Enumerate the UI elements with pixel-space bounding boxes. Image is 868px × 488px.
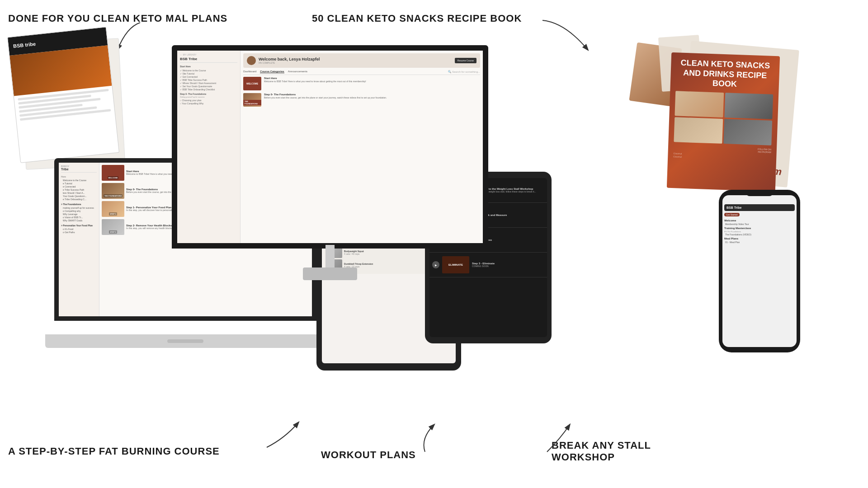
welcome-avatar — [247, 56, 256, 65]
phone-meal-item-1: 01 - Meal Plan — [724, 241, 795, 244]
monitor-content: ← MY LIBRARY BSB Tribe Start Here ✓ Welc… — [177, 51, 483, 243]
phone: BSB Tribe Get Started Welcome Membership… — [719, 190, 800, 352]
monitor-base — [303, 267, 357, 280]
monitor-screen: ← MY LIBRARY BSB Tribe Start Here ✓ Welc… — [172, 45, 488, 249]
course-info-foundations: Step 0- The Foundations Before you even … — [264, 93, 480, 99]
laptop-foundations-section: > The Foundations — [61, 203, 97, 206]
laptop-f-3: Why Leverage — [61, 213, 97, 216]
laptop-si-1: Welcome to the Course — [61, 179, 97, 182]
laptop-f-2: o Compelling why — [61, 210, 97, 212]
laptop-si-6: Your Goals Questionn... — [61, 195, 97, 197]
recipe-img-4 — [723, 119, 772, 145]
monitor-s0-item-1: ○ Choosing your plan — [180, 99, 237, 102]
course-thumb-foundations: THE FOUNDATIONS — [243, 93, 261, 107]
resume-btn[interactable]: Resume Course — [455, 58, 476, 63]
course-thumb-welcome: WELCOME — [243, 77, 261, 90]
laptop-f-1: making yourself up for success — [61, 206, 97, 209]
laptop-si-2: e Tutorial — [61, 182, 97, 185]
phone-section-training: Training Masterclass — [724, 227, 795, 230]
recipe-bottom-text: CoconutCoconut — [673, 152, 771, 162]
arrow-bottom-center — [398, 420, 452, 456]
monitor-item-7: ✓ BSB Tribe Onboarding Checklist — [180, 88, 237, 91]
arrow-bottom-right — [529, 420, 583, 456]
monitor-main: Welcome back, Lesya Holzapfel 0% COMPLET… — [241, 51, 483, 243]
monitor-item-1: ✓ Welcome to the Course — [180, 69, 237, 72]
label-top-right: 50 CLEAN KETO SNACKS RECIPE BOOK — [312, 13, 522, 24]
welcome-sub: 0% COMPLETE — [259, 61, 320, 64]
monitor-item-2: ✓ Site Tutorial — [180, 72, 237, 75]
arrow-bottom-left — [253, 416, 307, 452]
monitor-brand: BSB Tribe — [180, 57, 237, 63]
laptop-fp-1: o It's Food — [61, 228, 97, 230]
phone-progress-badge: Get Started — [724, 213, 740, 216]
desktop-monitor: ← MY LIBRARY BSB Tribe Start Here ✓ Welc… — [172, 45, 488, 280]
nav-search[interactable]: 🔍 Search for something... — [448, 70, 480, 73]
arrow-top-right — [529, 14, 601, 59]
monitor-start-here-label: Start Here — [180, 65, 237, 68]
phone-notch — [746, 190, 773, 196]
laptop-fp-2: o Get Paths — [61, 231, 97, 234]
welcome-text: Welcome back, Lesya Holzapfel 0% COMPLET… — [259, 57, 320, 64]
recipe-cover-grid — [674, 91, 773, 145]
welcome-name: Welcome back, Lesya Holzapfel — [259, 57, 320, 61]
recipe-book-cover: CLEAN KETO SNACKS AND DRINKS RECIPE BOOK… — [667, 52, 780, 192]
monitor-stand — [326, 245, 335, 267]
laptop-si-7: e Tribe Onboarding C... — [61, 198, 97, 201]
laptop-food-section: > Personalize Your Food Plan — [61, 224, 97, 227]
nav-announcements[interactable]: Announcements — [288, 70, 307, 73]
lesson-thumb-foundations: THE FOUNDATIONS — [102, 183, 124, 199]
nav-categories[interactable]: Course Categories — [260, 70, 284, 73]
monitor-section-0-sub: Setting yourself up for success — [180, 96, 237, 98]
main-scene: DONE FOR YOU CLEAN KETO MAL PLANS 50 CLE… — [0, 0, 868, 488]
monitor-nav: Dashboard Course Categories Announcement… — [243, 70, 480, 75]
phone-welcome-item-1: Membership Video Tour — [724, 223, 795, 225]
laptop-sidebar: BSB/1Y Tribe Here Welcome to the Course … — [59, 163, 99, 316]
monitor-item-5: ✓ Where Should I Start Assessment — [180, 82, 237, 84]
meal-doc-logo: BSB tribe — [13, 41, 36, 49]
course-title-welcome: Start Here — [264, 77, 480, 80]
course-desc-welcome: Welcome to BSB Tribe! Here is what you n… — [264, 80, 480, 83]
lesson-thumb-welcome: WELCOME — [102, 165, 124, 181]
phone-section-welcome: Welcome — [724, 219, 795, 222]
welcome-banner: Welcome back, Lesya Holzapfel 0% COMPLET… — [243, 53, 480, 68]
laptop-base — [45, 334, 326, 348]
monitor-library-label: ← MY LIBRARY — [180, 53, 237, 56]
monitor-item-4: ✓ BSB Tribe Success Path — [180, 79, 237, 81]
course-title-foundations: Step 0- The Foundations — [264, 93, 480, 96]
laptop-si-4: e Tribe Success Path — [61, 188, 97, 191]
phone-frame: BSB Tribe Get Started Welcome Membership… — [719, 190, 800, 352]
recipe-cover-title: CLEAN KETO SNACKS AND DRINKS RECIPE BOOK — [676, 58, 774, 90]
course-desc-foundations: Before you even start the course, get in… — [264, 96, 480, 99]
lesson-thumb-step2: STEP 2 — [102, 219, 124, 235]
phone-section-meal: Meal Plans — [724, 237, 795, 240]
laptop-f-5: Why SMART Goals — [61, 219, 97, 222]
laptop-si-3: e Connected — [61, 185, 97, 188]
nav-dashboard[interactable]: Dashboard — [243, 70, 256, 73]
laptop-here-section: Here — [61, 175, 97, 178]
monitor-s0-item-2: ○ Your Compelling Why — [180, 102, 237, 105]
course-info-welcome: Start Here Welcome to BSB Tribe! Here is… — [264, 77, 480, 83]
recipe-img-2 — [724, 93, 773, 119]
monitor-sidebar: ← MY LIBRARY BSB Tribe Start Here ✓ Welc… — [177, 51, 241, 243]
meal-plan-front: BSB tribe — [7, 27, 119, 163]
monitor-item-3: ✓ Get Connected — [180, 75, 237, 78]
laptop-si-5: lere Should I Start A... — [61, 192, 97, 194]
recipe-img-3 — [674, 117, 722, 144]
phone-content: BSB Tribe Get Started Welcome Membership… — [722, 195, 797, 347]
label-bottom-left: A STEP-BY-STEP FAT BURNING COURSE — [8, 446, 220, 457]
phone-app-header: BSB Tribe — [724, 204, 795, 211]
course-card-welcome: WELCOME Start Here Welcome to BSB Tribe!… — [243, 77, 480, 90]
laptop-f-4: o Vision of BSB Tr... — [61, 216, 97, 219]
monitor-item-6: ✓ Set Your Goals Questionnaire — [180, 85, 237, 88]
course-card-foundations: THE FOUNDATIONS Step 0- The Foundations … — [243, 93, 480, 107]
laptop-brand: BSB/1Y Tribe — [61, 165, 97, 173]
recipe-img-1 — [675, 91, 723, 117]
phone-training-item-1: The Foundations (VIDEO) — [724, 233, 795, 236]
lesson-thumb-step1: STEP 1 — [102, 201, 124, 217]
phone-screen: BSB Tribe Get Started Welcome Membership… — [722, 195, 797, 347]
monitor-section-0: Step 0- The Foundations — [180, 93, 237, 95]
phone-training-sub: 8% The Foundations — [724, 230, 795, 233]
